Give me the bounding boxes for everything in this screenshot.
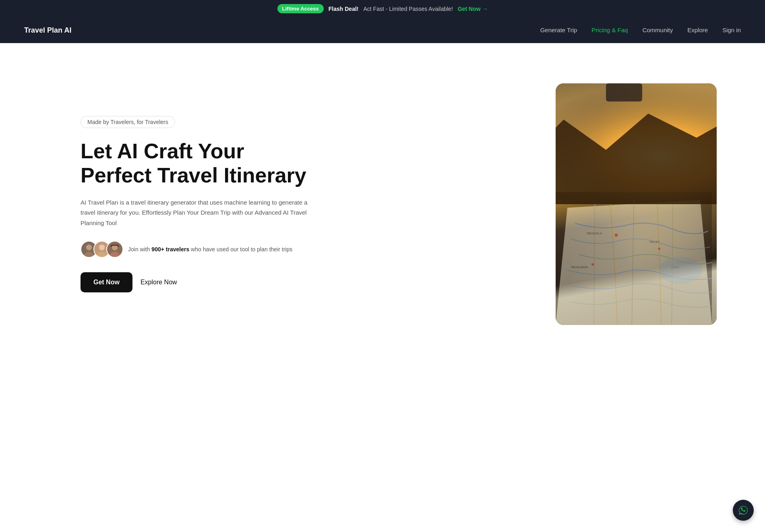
hero-image-bg: REGION A VALLEY LAKE REYKJAVIK <box>556 83 717 325</box>
svg-text:LAKE: LAKE <box>671 265 679 269</box>
svg-point-1 <box>86 244 92 250</box>
banner-cta-link[interactable]: Get Now → <box>458 6 488 12</box>
svg-text:REYKJAVIK: REYKJAVIK <box>571 265 589 269</box>
hero-image: REGION A VALLEY LAKE REYKJAVIK <box>556 83 717 325</box>
banner-flash-label: Flash Deal! <box>329 6 359 12</box>
site-logo: Travel Plan AI <box>24 26 71 35</box>
explore-now-button[interactable]: Explore Now <box>141 279 177 286</box>
banner-text: Act Fast - Limited Passes Available! <box>364 6 453 12</box>
hero-content: Made by Travelers, for Travelers Let AI … <box>81 116 314 292</box>
hero-cta-group: Get Now Explore Now <box>81 272 314 292</box>
svg-text:REGION A: REGION A <box>587 232 602 235</box>
social-suffix: who have used our tool to plan their tri… <box>189 246 292 253</box>
svg-text:VALLEY: VALLEY <box>649 240 660 243</box>
hero-badge: Made by Travelers, for Travelers <box>81 116 175 128</box>
svg-point-4 <box>99 244 105 250</box>
promo-banner: Liftime Access Flash Deal! Act Fast - Li… <box>0 0 765 17</box>
nav-generate-trip[interactable]: Generate Trip <box>540 27 577 33</box>
nav-links: Generate Trip Pricing & Faq Community Ex… <box>540 27 741 34</box>
hero-description: AI Travel Plan is a travel itinerary gen… <box>81 197 314 228</box>
social-highlight: 900+ travelers <box>151 246 189 253</box>
social-proof: Join with 900+ travelers who have used o… <box>81 241 314 258</box>
banner-badge: Liftime Access <box>277 4 324 13</box>
social-prefix: Join with <box>128 246 151 253</box>
nav-pricing-faq[interactable]: Pricing & Faq <box>591 27 628 33</box>
nav-explore[interactable]: Explore <box>687 27 708 33</box>
get-now-button[interactable]: Get Now <box>81 272 132 292</box>
svg-point-17 <box>591 263 594 266</box>
svg-point-14 <box>659 257 702 284</box>
avatar-group <box>81 241 123 258</box>
svg-rect-24 <box>606 83 642 101</box>
nav-signin[interactable]: Sign in <box>722 27 741 33</box>
svg-point-16 <box>658 248 660 250</box>
main-navbar: Travel Plan AI Generate Trip Pricing & F… <box>0 17 765 43</box>
avatar <box>106 241 123 258</box>
social-proof-text: Join with 900+ travelers who have used o… <box>128 245 292 254</box>
hero-section: Made by Travelers, for Travelers Let AI … <box>0 43 765 365</box>
svg-point-15 <box>615 234 618 237</box>
hero-image-wrapper: REGION A VALLEY LAKE REYKJAVIK <box>556 83 717 325</box>
nav-community[interactable]: Community <box>642 27 673 33</box>
hero-title: Let AI Craft Your Perfect Travel Itinera… <box>81 139 314 188</box>
